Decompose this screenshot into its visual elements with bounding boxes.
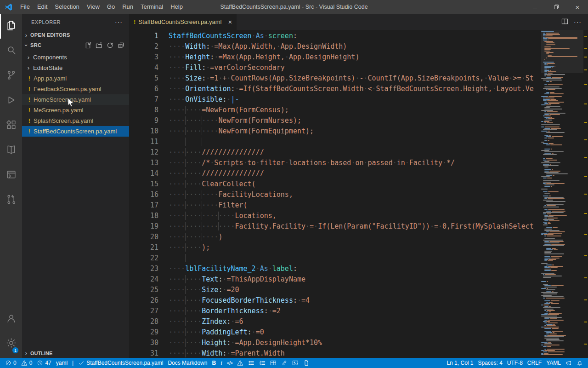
close-tab-icon[interactable]: × (228, 18, 232, 26)
activity-explorer[interactable] (0, 14, 22, 39)
minimize-button[interactable]: – (525, 0, 546, 14)
status-indentation[interactable]: Spaces: 4 (475, 358, 504, 368)
status-insert-image[interactable] (290, 358, 301, 368)
line-number[interactable]: 6 (129, 84, 158, 94)
line-number[interactable]: 24 (129, 274, 158, 285)
status-notifications[interactable] (574, 358, 585, 368)
line-number[interactable]: 9 (129, 115, 158, 126)
code-line[interactable]: ········ZIndex:·=6 (169, 316, 541, 327)
menu-run[interactable]: Run (119, 0, 137, 14)
code-line[interactable]: ············ (169, 137, 541, 147)
menu-selection[interactable]: Selection (51, 0, 83, 14)
menu-go[interactable]: Go (103, 0, 119, 14)
activity-settings[interactable]: 1 (0, 331, 22, 356)
status-eol-sequence[interactable]: CRLF (525, 358, 544, 368)
more-actions-icon[interactable]: ··· (574, 18, 582, 26)
tree-file-homescreen-pa-yaml[interactable]: !HomeScreen.pa.yaml (22, 94, 129, 105)
line-number[interactable]: 23 (129, 264, 158, 274)
activity-source-control[interactable] (0, 63, 22, 88)
line-number[interactable]: 13 (129, 158, 158, 168)
status-file-validation[interactable]: StaffBedCountsScreen.pa.yaml (76, 358, 165, 368)
line-number[interactable]: 28 (129, 316, 158, 327)
status-encoding[interactable]: UTF-8 (505, 358, 525, 368)
code-line[interactable]: ····Width:·=Max(App.Width,·App.DesignWid… (169, 41, 541, 52)
line-number[interactable]: 3 (129, 52, 158, 63)
refresh-icon[interactable] (107, 42, 113, 49)
menu-help[interactable]: Help (167, 0, 187, 14)
new-file-icon[interactable] (85, 42, 91, 49)
status-feedback[interactable] (563, 358, 574, 368)
status-numbered-list[interactable] (257, 358, 268, 368)
line-number[interactable]: 1 (129, 31, 158, 41)
code-line[interactable]: ········Width:·=Parent.Width (169, 348, 541, 358)
activity-output-window[interactable] (0, 163, 22, 188)
activity-pull-requests[interactable] (0, 188, 22, 213)
line-number[interactable]: 12 (129, 147, 158, 158)
line-number[interactable]: 8 (129, 105, 158, 115)
minimap[interactable] (541, 30, 583, 358)
outline-section[interactable]: › OUTLINE (22, 348, 129, 358)
status-format-code[interactable]: </> (225, 358, 235, 368)
line-number[interactable]: 17 (129, 200, 158, 211)
code-line[interactable]: ········/////////////// (169, 168, 541, 179)
activity-docs[interactable] (0, 138, 22, 163)
editor-gutter[interactable]: 1234567891011121314151617181920212223242… (129, 30, 169, 358)
tree-file-app-pa-yaml[interactable]: !App.pa.yaml (22, 73, 129, 84)
line-number[interactable]: 30 (129, 338, 158, 348)
line-number[interactable]: 7 (129, 94, 158, 105)
line-number[interactable]: 15 (129, 179, 158, 190)
vertical-scrollbar[interactable] (583, 30, 588, 358)
tree-file-staffbedcountsscreen-pa-yaml[interactable]: !StaffBedCountsScreen.pa.yaml (22, 126, 129, 137)
activity-extensions[interactable] (0, 113, 22, 138)
status-yaml-schema[interactable]: yaml (54, 358, 70, 368)
line-number[interactable]: 31 (129, 348, 158, 358)
code-line[interactable]: ········/////////////// (169, 147, 541, 158)
status-format-bold[interactable]: B (209, 358, 218, 368)
sidebar-more-actions-icon[interactable]: ··· (115, 18, 123, 26)
code-line[interactable]: ············NewForm(FormNurses); (169, 115, 541, 126)
tree-folder-editorstate[interactable]: ›EditorState (22, 63, 129, 73)
split-editor-icon[interactable] (561, 18, 568, 26)
code-line[interactable]: ····Orientation:·=If(StaffBedCountsScree… (169, 84, 541, 94)
code-line[interactable]: ············Filter( (169, 200, 541, 211)
menu-file[interactable]: File (17, 0, 34, 14)
line-number[interactable]: 27 (129, 306, 158, 316)
line-number[interactable]: 5 (129, 73, 158, 84)
tab-staffbedcountsscreen[interactable]: ! StaffBedCountsScreen.pa.yaml × (129, 14, 237, 30)
line-number[interactable]: 2 (129, 41, 158, 52)
line-number[interactable]: 29 (129, 327, 158, 338)
tree-folder-components[interactable]: ›Components (22, 52, 129, 63)
code-line[interactable]: ········Text:·=ThisAppDisplayName (169, 274, 541, 285)
line-number[interactable]: 22 (129, 253, 158, 264)
collapse-all-icon[interactable] (118, 42, 124, 49)
close-button[interactable]: × (567, 0, 588, 14)
code-line[interactable]: ········/*·Scripts·to·filter·locations·b… (169, 158, 541, 168)
activity-search[interactable] (0, 39, 22, 63)
code-line[interactable]: ····lblFacilityName_2·As·label: (169, 264, 541, 274)
line-number[interactable]: 4 (129, 63, 158, 73)
code-line[interactable]: ············) (169, 232, 541, 242)
code-line[interactable]: ········ClearCollect( (169, 179, 541, 190)
maximize-button[interactable] (546, 0, 567, 14)
line-number[interactable]: 16 (129, 190, 158, 200)
status-problems-warnings[interactable]: 0 (19, 358, 35, 368)
tree-file-splashscreen-pa-yaml[interactable]: !SplashScreen.pa.yaml (22, 115, 129, 126)
line-number[interactable]: 21 (129, 242, 158, 253)
code-line[interactable]: StaffBedCountsScreen·As·screen: (169, 31, 541, 41)
code-line[interactable]: ········Size:·=20 (169, 285, 541, 295)
activity-run-debug[interactable] (0, 88, 22, 113)
code-line[interactable]: ····OnVisible:·|- (169, 94, 541, 105)
code-line[interactable]: ········Height:·=App.DesignHeight*10% (169, 338, 541, 348)
code-line[interactable]: ········PaddingLeft:·=0 (169, 327, 541, 338)
line-number[interactable]: 10 (129, 126, 158, 137)
code-line[interactable]: ············NewForm(FormEquipment); (169, 126, 541, 137)
status-format-italic[interactable]: i (218, 358, 225, 368)
code-line[interactable]: ········ (169, 253, 541, 264)
tree-file-feedbackscreen-pa-yaml[interactable]: !FeedbackScreen.pa.yaml (22, 84, 129, 94)
line-number[interactable]: 11 (129, 137, 158, 147)
menu-edit[interactable]: Edit (34, 0, 51, 14)
status-time-counter[interactable]: 47 (34, 358, 53, 368)
code-line[interactable]: ········BorderThickness:·=2 (169, 306, 541, 316)
status-insert-table[interactable] (268, 358, 279, 368)
line-number[interactable]: 25 (129, 285, 158, 295)
